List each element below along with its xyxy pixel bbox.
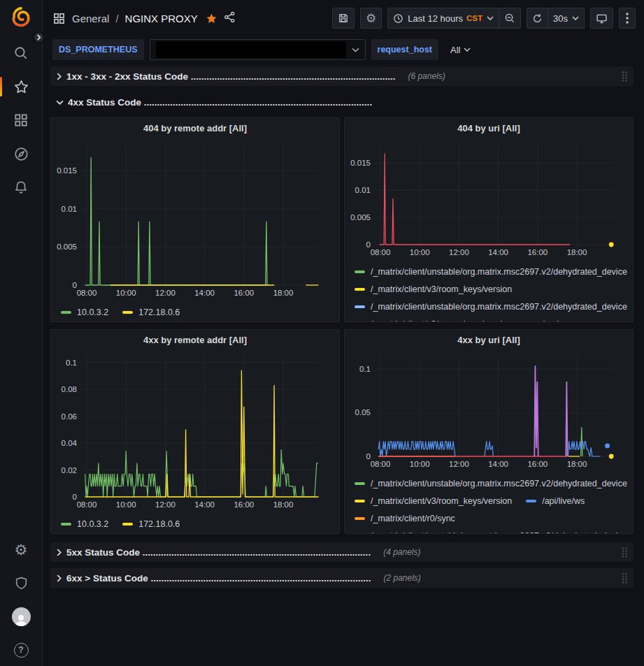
time-series-chart[interactable]: 00.020.040.060.080.108:0010:0012:0014:00… <box>51 350 339 514</box>
svg-text:16:00: 16:00 <box>527 248 548 256</box>
svg-text:16:00: 16:00 <box>234 500 254 509</box>
svg-text:12:00: 12:00 <box>449 248 469 256</box>
chevron-right-icon <box>56 73 62 80</box>
time-range-label: Last 12 hours <box>408 13 463 24</box>
legend-label: 10.0.3.2 <box>77 307 108 317</box>
legend-item[interactable]: /_matrix/client/v3/room_keys/version <box>355 315 512 321</box>
sidebar-item-server-admin[interactable] <box>6 572 36 593</box>
chevron-down-icon <box>464 48 471 52</box>
sidebar-item-configuration[interactable]: ⚙ <box>6 539 36 560</box>
svg-text:12:00: 12:00 <box>155 500 176 509</box>
panel-title[interactable]: 4xx by remote addr [All] <box>51 330 339 350</box>
variable-label-request-host: request_host <box>371 39 439 60</box>
panel-title[interactable]: 4xx by uri [All] <box>345 330 633 350</box>
gear-icon: ⚙ <box>366 13 376 24</box>
svg-text:10:00: 10:00 <box>116 500 136 509</box>
row-drag-handle[interactable] <box>621 572 628 584</box>
row-4xx[interactable]: 4xx Status Code ........................… <box>50 92 634 112</box>
legend-label: /api/live/ws <box>542 496 585 506</box>
refresh-button[interactable] <box>527 8 548 29</box>
time-series-chart[interactable]: 00.050.108:0010:0012:0014:0016:0018:00 <box>345 350 633 473</box>
legend-item[interactable]: /sw.js <box>526 315 564 321</box>
clock-icon <box>393 13 403 24</box>
legend-label: /_matrix/client/unstable/org.matrix.msc2… <box>371 531 627 534</box>
time-series-chart[interactable]: 00.0050.010.01508:0010:0012:0014:0016:00… <box>345 138 633 261</box>
chevron-right-icon <box>56 549 62 556</box>
row-1xx-3xx-2xx[interactable]: 1xx - 3xx - 2xx Status Code ............… <box>50 66 634 86</box>
sidebar-item-explore[interactable] <box>6 143 36 164</box>
grafana-logo[interactable] <box>6 6 36 27</box>
svg-text:18:00: 18:00 <box>567 248 587 256</box>
legend-item[interactable]: /_matrix/client/r0/sync <box>355 509 455 527</box>
chart-legend: 10.0.3.2172.18.0.6 <box>51 302 339 321</box>
dashboard-toolbar: ⚙ Last 12 hours CST <box>332 8 636 29</box>
sidebar-item-help[interactable]: ? <box>6 639 36 660</box>
legend-item[interactable]: 10.0.3.2 <box>61 515 108 533</box>
row-drag-handle[interactable] <box>621 546 628 558</box>
legend-item[interactable]: 10.0.3.2 <box>61 303 108 321</box>
save-dashboard-button[interactable] <box>332 8 355 29</box>
svg-text:0.02: 0.02 <box>62 466 77 475</box>
sidebar-item-alerting[interactable] <box>6 177 36 198</box>
chevron-down-icon <box>487 16 494 20</box>
panel-title[interactable]: 404 by uri [All] <box>345 118 633 138</box>
legend-item[interactable]: 172.18.0.6 <box>122 515 180 533</box>
legend-swatch <box>61 523 71 526</box>
chart-legend: /_matrix/client/unstable/org.matrix.msc2… <box>345 261 633 321</box>
svg-text:08:00: 08:00 <box>77 289 97 297</box>
svg-text:10:00: 10:00 <box>410 460 430 468</box>
chart-panel: 4xx by uri [All] 00.050.108:0010:0012:00… <box>344 329 634 534</box>
chevron-right-icon <box>56 574 62 582</box>
svg-text:0.005: 0.005 <box>350 213 371 222</box>
grafana-app: ⚙ ? General / NGINX PROXY <box>0 0 644 666</box>
legend-item[interactable]: 172.18.0.6 <box>122 303 180 321</box>
legend-label: /_matrix/client/v3/room_keys/version <box>371 284 512 294</box>
request-host-dropdown[interactable]: All <box>444 39 477 60</box>
time-range-picker[interactable]: Last 12 hours CST <box>387 8 499 29</box>
sidebar-expand-button[interactable] <box>32 31 45 44</box>
sidebar-item-dashboards[interactable] <box>6 110 36 131</box>
row-6xx[interactable]: 6xx > Status Code ......................… <box>50 568 634 588</box>
legend-swatch <box>355 482 365 485</box>
favorite-star-icon[interactable] <box>206 13 217 24</box>
row-drag-handle[interactable] <box>621 71 628 82</box>
gear-icon: ⚙ <box>15 542 28 557</box>
refresh-interval-picker[interactable]: 30s <box>548 8 585 29</box>
legend-item[interactable]: /_matrix/client/v3/room_keys/version <box>355 280 512 298</box>
legend-label: 172.18.0.6 <box>138 519 180 529</box>
svg-text:0.08: 0.08 <box>62 385 77 393</box>
legend-item[interactable]: /_matrix/client/v3/room_keys/version <box>355 492 512 509</box>
variables-bar: DS_PROMETHEUS request_host All <box>43 36 644 63</box>
legend-swatch <box>355 517 365 520</box>
share-icon[interactable] <box>224 11 236 26</box>
panel-title[interactable]: 404 by remote addr [All] <box>51 118 339 138</box>
legend-item[interactable]: /_matrix/client/unstable/org.matrix.msc2… <box>355 475 627 492</box>
row-5xx[interactable]: 5xx Status Code ........................… <box>50 542 634 562</box>
dashboard-canvas: 1xx - 3xx - 2xx Status Code ............… <box>43 63 644 666</box>
breadcrumb-folder[interactable]: General <box>72 13 109 24</box>
sidebar-item-starred[interactable] <box>6 76 36 97</box>
svg-text:18:00: 18:00 <box>567 460 587 468</box>
shield-icon <box>14 576 29 591</box>
svg-text:0.05: 0.05 <box>355 408 371 417</box>
dashboard-settings-button[interactable]: ⚙ <box>360 8 382 29</box>
kiosk-mode-button[interactable] <box>590 8 613 29</box>
zoom-out-time-button[interactable] <box>499 8 521 29</box>
chart-panel: 404 by uri [All] 00.0050.010.01508:0010:… <box>344 117 634 322</box>
row-panel-count: (4 panels) <box>383 547 621 557</box>
svg-text:12:00: 12:00 <box>155 289 176 297</box>
row-panel-count: (6 panels) <box>408 71 621 81</box>
legend-label: 10.0.3.2 <box>77 519 108 529</box>
time-series-chart[interactable]: 00.0050.010.01508:0010:0012:0014:0016:00… <box>51 138 339 302</box>
chevron-down-icon <box>56 99 64 106</box>
legend-item[interactable]: /api/live/ws <box>526 492 585 509</box>
search-icon[interactable] <box>6 43 36 64</box>
sidebar-item-profile[interactable] <box>6 606 36 627</box>
legend-item[interactable]: /_matrix/client/unstable/org.matrix.msc2… <box>355 527 627 533</box>
more-options-button[interactable] <box>619 8 636 29</box>
legend-item[interactable]: /_matrix/client/unstable/org.matrix.msc2… <box>355 298 627 315</box>
datasource-dropdown[interactable] <box>150 39 366 60</box>
svg-text:16:00: 16:00 <box>527 460 548 468</box>
legend-item[interactable]: /_matrix/client/unstable/org.matrix.msc2… <box>355 263 627 280</box>
legend-swatch <box>61 311 71 314</box>
